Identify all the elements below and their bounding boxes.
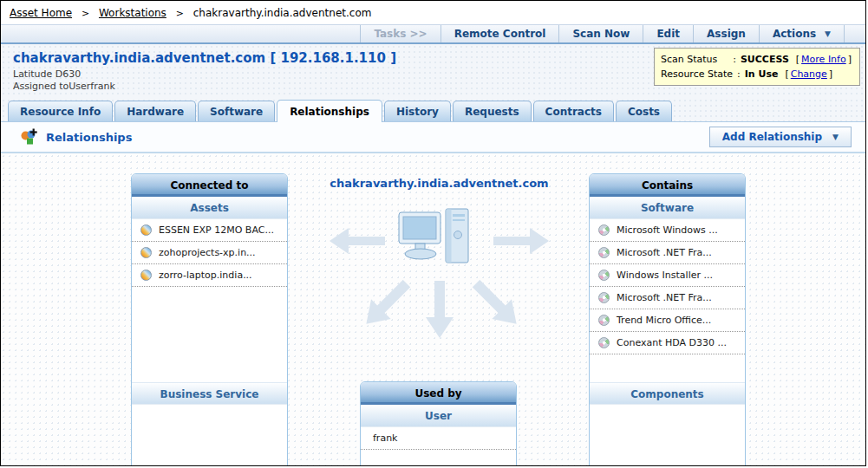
list-item-software[interactable]: Windows Installer ...	[590, 264, 745, 287]
breadcrumb-separator: >	[176, 8, 184, 19]
list-item-asset[interactable]: zorro-laptop.india...	[132, 264, 287, 287]
group-header-user: User	[361, 405, 516, 427]
connected-to-panel: Connected to Assets ESSEN EXP 12MO BAC..…	[131, 173, 288, 466]
resource-state-label: Resource State	[661, 67, 737, 81]
tasks-button: Tasks >>	[360, 25, 440, 42]
computer-icon	[395, 205, 482, 276]
list-item-software[interactable]: Microsoft .NET Fra...	[590, 242, 745, 264]
list-item-software[interactable]: Microsoft .NET Fra...	[590, 287, 745, 309]
more-info-link[interactable]: More Info	[801, 52, 846, 67]
list-item-asset[interactable]: ESSEN EXP 12MO BAC...	[132, 219, 287, 242]
chevron-down-icon: ▼	[825, 29, 831, 38]
section-title: Relationships	[46, 131, 132, 144]
edit-button[interactable]: Edit	[643, 25, 693, 42]
software-icon	[598, 270, 610, 281]
colon: :	[733, 52, 736, 67]
contains-header: Contains	[590, 174, 745, 197]
scan-status-row: Scan Status : SUCCESS [ More Info ]	[661, 52, 853, 67]
list-item-label: ESSEN EXP 12MO BAC...	[159, 224, 274, 236]
group-header-business-service: Business Service	[132, 382, 287, 405]
asset-icon	[140, 247, 152, 258]
resource-state-value: In Use	[745, 67, 779, 81]
scan-now-button[interactable]: Scan Now	[558, 25, 643, 42]
tab-software[interactable]: Software	[198, 101, 275, 121]
used-by-header: Used by	[361, 382, 516, 405]
bracket: ]	[848, 52, 852, 67]
scan-status-box: Scan Status : SUCCESS [ More Info ] Reso…	[654, 48, 860, 86]
tab-resource-info[interactable]: Resource Info	[8, 101, 113, 121]
arrow-down-left-icon	[353, 271, 419, 337]
tab-relationships[interactable]: Relationships	[277, 100, 382, 122]
colon: :	[737, 67, 741, 81]
contains-panel: Contains Software Microsoft Windows ... …	[589, 173, 746, 466]
tab-history[interactable]: History	[384, 101, 451, 121]
group-header-software: Software	[590, 197, 745, 219]
bracket: [	[796, 52, 799, 67]
list-item-software[interactable]: Conexant HDA D330 ...	[590, 332, 745, 354]
list-item-label: Microsoft .NET Fra...	[617, 292, 712, 303]
arrow-left-icon	[330, 225, 385, 257]
breadcrumb-asset-home[interactable]: Asset Home	[10, 7, 72, 19]
actions-menu-button[interactable]: Actions ▼	[759, 25, 845, 42]
tab-contracts[interactable]: Contracts	[533, 101, 614, 121]
list-item-label: Conexant HDA D330 ...	[617, 337, 727, 348]
arrow-right-icon	[493, 225, 549, 257]
asset-icon	[140, 224, 152, 236]
relationships-section-header: Relationships Add Relationship ▼	[1, 122, 865, 153]
software-icon	[598, 337, 610, 348]
asset-details-page: Asset Home > Workstations > chakravarthy…	[0, 0, 866, 466]
add-relationship-label: Add Relationship	[722, 131, 822, 143]
list-item-label: Microsoft .NET Fra...	[617, 247, 712, 258]
group-header-components: Components	[590, 382, 745, 405]
list-item-asset[interactable]: zohoprojects-xp.in...	[132, 242, 287, 264]
resource-state-row: Resource State : In Use [ Change ]	[661, 67, 853, 81]
change-state-link[interactable]: Change	[791, 67, 827, 81]
list-item-label: zohoprojects-xp.in...	[159, 247, 256, 258]
arrow-down-icon	[422, 281, 457, 340]
list-item-software[interactable]: Trend Micro Office...	[590, 309, 745, 332]
breadcrumb-current: chakravarthy.india.adventnet.com	[193, 7, 372, 19]
list-item-label: zorro-laptop.india...	[159, 270, 252, 281]
relationships-icon	[20, 128, 37, 146]
list-item-label: Microsoft Windows ...	[617, 224, 718, 236]
assign-button[interactable]: Assign	[693, 25, 759, 42]
scan-status-label: Scan Status	[661, 52, 733, 67]
list-item-label: Trend Micro Office...	[617, 315, 711, 326]
tab-bar: Resource Info Hardware Software Relation…	[1, 98, 865, 122]
bracket: ]	[829, 67, 832, 81]
list-item-user[interactable]: frank	[361, 427, 516, 450]
asset-toolbar: Tasks >> Remote Control Scan Now Edit As…	[1, 24, 865, 44]
software-icon	[598, 247, 610, 258]
bracket: [	[785, 67, 788, 81]
list-item-software[interactable]: Microsoft Windows ...	[590, 219, 745, 242]
actions-label: Actions	[773, 28, 816, 40]
list-item-label: frank	[373, 432, 397, 444]
software-icon	[598, 315, 610, 326]
breadcrumb-workstations[interactable]: Workstations	[99, 7, 166, 19]
scan-status-value: SUCCESS	[741, 52, 789, 67]
software-icon	[598, 224, 610, 236]
breadcrumb-separator: >	[82, 8, 89, 19]
breadcrumb: Asset Home > Workstations > chakravarthy…	[1, 1, 865, 24]
tab-hardware[interactable]: Hardware	[114, 101, 196, 121]
chevron-down-icon: ▼	[832, 133, 839, 141]
remote-control-button[interactable]: Remote Control	[441, 25, 559, 42]
tab-requests[interactable]: Requests	[453, 101, 532, 121]
diagram-center-title: chakravarthy.india.adventnet.com	[290, 177, 589, 190]
asset-icon	[140, 270, 152, 281]
add-relationship-button[interactable]: Add Relationship ▼	[709, 127, 852, 147]
group-header-assets: Assets	[132, 197, 287, 219]
connected-to-header: Connected to	[132, 174, 287, 197]
software-icon	[598, 292, 610, 303]
arrow-down-right-icon	[464, 271, 530, 337]
list-item-label: Windows Installer ...	[617, 270, 713, 281]
relationship-diagram: Connected to Assets ESSEN EXP 12MO BAC..…	[1, 153, 865, 466]
asset-header: chakravarthy.india.adventnet.com [ 192.1…	[1, 44, 865, 98]
used-by-panel: Used by User frank	[360, 381, 517, 466]
tab-costs[interactable]: Costs	[616, 101, 672, 121]
